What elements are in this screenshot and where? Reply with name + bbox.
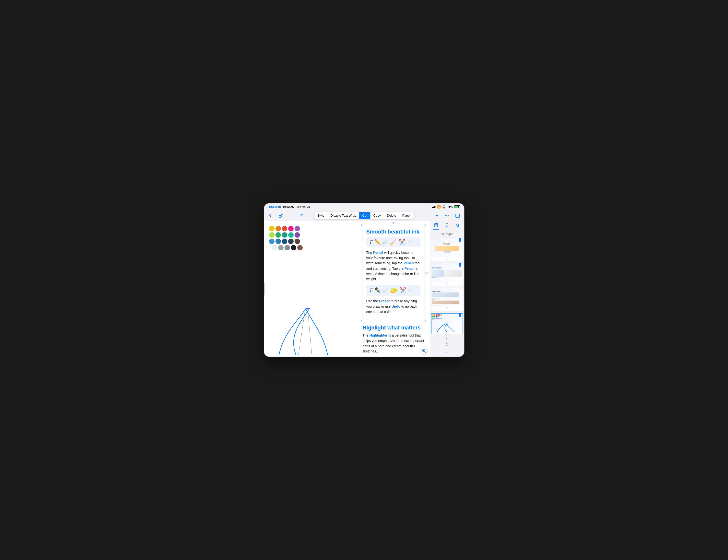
content-area[interactable]: Smooth beautiful ink 𝑇 ✏️ 🖊 🧹 ✂️ ☞ The P… [357, 221, 430, 357]
zoom-button[interactable] [420, 347, 428, 355]
color-orange[interactable] [275, 226, 281, 231]
date: Tue Mar 31 [297, 205, 310, 208]
sidebar-more-button[interactable] [444, 349, 450, 356]
context-style[interactable]: Style [314, 212, 328, 219]
section1-box[interactable]: Smooth beautiful ink 𝑇 ✏️ 🖊 🧹 ✂️ ☞ The P… [362, 225, 425, 321]
color-black[interactable] [291, 245, 296, 251]
section1-eraser-body: Use the Eraser to erase anything you dra… [366, 298, 421, 314]
thumb-num-1: 1 [431, 257, 463, 261]
context-paper[interactable]: Paper [399, 212, 414, 219]
svg-rect-1 [279, 216, 281, 217]
svg-point-2 [445, 215, 446, 216]
status-right: 📶 🎧 71% [432, 205, 460, 209]
drawing-area [264, 221, 357, 357]
page-num-display: 4/8 [446, 337, 447, 344]
handle-tr [424, 224, 426, 226]
svg-rect-5 [456, 214, 460, 217]
add-button[interactable]: + [434, 212, 440, 220]
tool-icons-row-1: 𝑇 ✏️ 🖊 🧹 ✂️ ☞ [366, 237, 421, 247]
left-scroll-marker [264, 283, 265, 295]
back-nav[interactable]: ◀ Search [268, 205, 281, 209]
color-blue[interactable] [275, 239, 281, 244]
color-green[interactable] [275, 232, 281, 238]
share-button[interactable] [277, 213, 284, 219]
pencil-link-1[interactable]: Pencil [373, 251, 383, 255]
back-button[interactable] [267, 213, 274, 219]
color-violet[interactable] [295, 232, 300, 238]
battery-percent: 71% [447, 205, 453, 208]
page-thumb-2[interactable]: Note Everything! Take notes, annotate PD… [431, 263, 463, 286]
thumb-img-4: Smooth beautiful ink ✏️✂️ tools... [431, 313, 463, 332]
pencil-link-2[interactable]: Pencil [404, 261, 414, 265]
page-thumb-1[interactable]: Welcome to Notability Powerful, yet wond… [431, 238, 463, 261]
thumb-img-3: Capture a moment Sync your notes everywh… [431, 288, 463, 307]
drag-handle [392, 222, 395, 224]
color-light-gray[interactable] [278, 245, 284, 251]
color-purple[interactable] [295, 226, 300, 231]
thumb-num-4: 4 [431, 332, 463, 333]
context-disable-text-wrap[interactable]: Disable Text Wrap [328, 212, 359, 219]
handle-br [424, 320, 426, 322]
ipad-device: ◀ Search 10:32 AM Tue Mar 31 📶 🎧 71% [264, 203, 465, 357]
sidebar-all-pages-label: All Pages [430, 231, 464, 237]
svg-line-7 [298, 309, 305, 355]
color-dark[interactable] [288, 239, 294, 244]
color-lime[interactable] [269, 232, 274, 238]
color-brown[interactable] [295, 239, 300, 244]
color-yellow[interactable] [269, 226, 274, 231]
page-thumb-4[interactable]: Smooth beautiful ink ✏️✂️ tools... 4 [431, 313, 463, 333]
handle-bl [361, 320, 363, 322]
context-cut[interactable]: Cut [359, 212, 370, 219]
color-pink[interactable] [288, 226, 294, 231]
more-button[interactable] [443, 212, 450, 219]
color-gray[interactable] [285, 245, 290, 251]
toolbar-right: + [434, 212, 461, 220]
layout-button[interactable] [454, 212, 461, 219]
color-white[interactable] [272, 245, 277, 251]
thumb-num-2: 2 [431, 282, 463, 286]
headphone-icon: 🎧 [442, 205, 446, 209]
status-bar: ◀ Search 10:32 AM Tue Mar 31 📶 🎧 71% [264, 204, 464, 210]
svg-point-16 [448, 352, 448, 353]
svg-point-4 [448, 215, 449, 216]
color-teal[interactable] [282, 232, 287, 238]
pencil-link-3[interactable]: Pencil [405, 267, 415, 271]
curve-drawing [264, 304, 357, 357]
section2-body: The Highlighter is a versatile tool that… [363, 333, 424, 354]
section1-title: Smooth beautiful ink [366, 229, 421, 235]
battery-icon [454, 205, 460, 208]
bookmark-2 [459, 264, 461, 267]
color-tan[interactable] [297, 245, 303, 251]
undo-link[interactable]: Undo [392, 304, 400, 308]
color-red[interactable] [282, 226, 287, 231]
eraser-link[interactable]: Eraser [379, 299, 390, 303]
sidebar-search-icon[interactable] [454, 223, 461, 230]
svg-line-18 [425, 351, 426, 352]
page-thumb-3[interactable]: Capture a moment Sync your notes everywh… [431, 288, 463, 311]
signal-icon [432, 206, 436, 208]
context-menu: Style Disable Text Wrap Cut Copy Delete … [314, 212, 414, 219]
sidebar-toolbar [430, 221, 464, 231]
section1-body: The Pencil will quickly become your favo… [366, 250, 421, 282]
highlighter-link[interactable]: Highlighter [370, 333, 388, 337]
sidebar-bottom [430, 348, 464, 357]
sidebar-pages-icon[interactable] [433, 223, 439, 230]
color-lightblue[interactable] [269, 239, 274, 244]
color-mint[interactable] [288, 232, 294, 238]
sidebar-bookmark-icon[interactable] [444, 223, 450, 230]
time: 10:32 AM [283, 205, 295, 208]
svg-point-3 [446, 215, 447, 216]
context-copy[interactable]: Copy [370, 212, 384, 219]
svg-point-14 [446, 352, 446, 353]
scroll-up-arrow[interactable]: ▲ [446, 334, 448, 337]
rotate-icon [426, 271, 429, 276]
color-palette [269, 226, 308, 252]
undo-button[interactable] [299, 213, 305, 219]
page-thumbnails[interactable]: Welcome to Notability Powerful, yet wond… [430, 237, 464, 333]
main-layout: Smooth beautiful ink 𝑇 ✏️ 🖊 🧹 ✂️ ☞ The P… [264, 221, 464, 357]
section2-area: Highlight what matters The Highlighter i… [362, 324, 425, 357]
scroll-down-arrow[interactable]: ▼ [446, 344, 448, 347]
context-delete[interactable]: Delete [384, 212, 399, 219]
toolbar-left [267, 213, 305, 219]
color-navy[interactable] [282, 239, 287, 244]
